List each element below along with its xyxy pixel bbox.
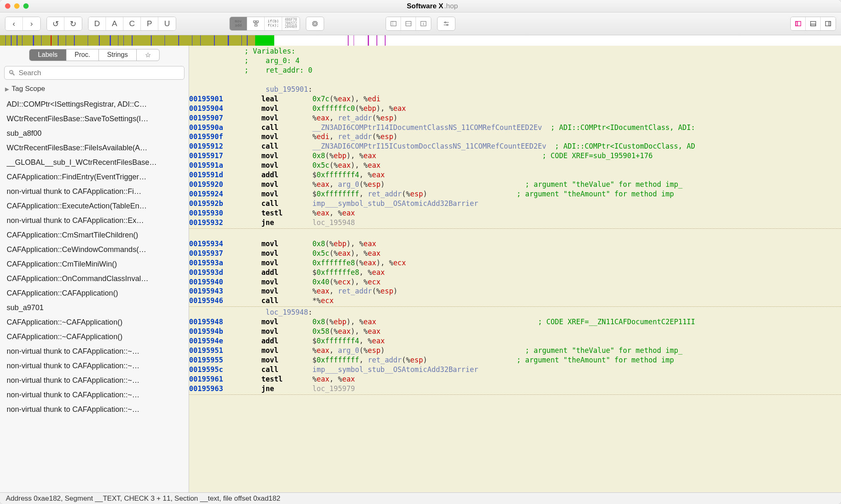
type-code-button[interactable]: C (123, 17, 141, 30)
nav-back-button[interactable]: ‹ (5, 17, 23, 30)
view-hex-button[interactable]: 486F70706572204469 (282, 17, 300, 30)
disclosure-triangle-icon: ▶ (5, 86, 9, 92)
svg-point-14 (447, 24, 448, 26)
svg-rect-1 (256, 21, 258, 22)
tag-scope-row[interactable]: ▶Tag Scope (0, 82, 189, 95)
symbol-list-item[interactable]: CAFApplication::OnCommandClassInval… (0, 272, 189, 286)
symbol-list-item[interactable]: WCtrRecentFilesBase::SaveToSettings(I… (0, 112, 189, 126)
svg-text:1: 1 (423, 22, 424, 26)
symbol-list-item[interactable]: CAFApplication::~CAFApplication() (0, 330, 189, 344)
svg-rect-4 (314, 23, 316, 25)
titlebar: Software X.hop (0, 0, 841, 12)
search-icon: 🔍︎ (8, 69, 16, 78)
symbol-list-item[interactable]: WCtrRecentFilesBase::FileIsAvailable(A… (0, 141, 189, 155)
symbol-list[interactable]: ADI::COMPtr<ISettingsRegistrar, ADI::C…W… (0, 95, 189, 492)
svg-rect-16 (795, 22, 797, 26)
status-bar: Address 0xae182, Segment __TEXT, CHECK 3… (0, 492, 841, 504)
svg-rect-3 (313, 22, 317, 26)
redo-button[interactable]: ↻ (64, 17, 82, 30)
symbol-list-item[interactable]: CAFApplication::CeWindowCommands(… (0, 242, 189, 257)
disassembly-view[interactable]: ; Variables: ; arg_0: 4 ; ret_addr: 0 su… (189, 46, 841, 492)
nav-forward-button[interactable]: › (23, 17, 40, 30)
symbol-list-item[interactable]: non-virtual thunk to CAFApplication::~… (0, 388, 189, 402)
close-window-button[interactable] (5, 3, 10, 9)
panel-1-button[interactable] (386, 17, 401, 30)
symbol-list-item[interactable]: CAFApplication::CmTileMiniWin() (0, 257, 189, 272)
symbol-list-item[interactable]: sub_a8f00 (0, 126, 189, 141)
tab-labels[interactable]: Labels (30, 49, 66, 61)
sidebar-bottom-button[interactable] (806, 17, 821, 30)
svg-rect-18 (810, 24, 816, 26)
minimize-window-button[interactable] (14, 3, 20, 9)
panel-3-button[interactable]: 1 (416, 17, 431, 30)
sidebar-tabs: Labels Proc. Strings ☆ (29, 49, 159, 61)
svg-rect-5 (391, 22, 396, 26)
type-ascii-button[interactable]: A (106, 17, 123, 30)
symbol-list-item[interactable]: non-virtual thunk to CAFApplication::Ex… (0, 213, 189, 228)
cpu-button[interactable] (306, 17, 324, 30)
zoom-window-button[interactable] (23, 3, 29, 9)
navigation-strip[interactable] (0, 35, 841, 46)
symbol-list-item[interactable]: CAFApplication::~CAFApplication() (0, 315, 189, 330)
view-assembly-button[interactable]: movadd (230, 17, 247, 30)
symbol-list-item[interactable]: CAFApplication::CAFApplication() (0, 286, 189, 301)
svg-point-12 (445, 22, 446, 23)
sidebar-right-button[interactable] (821, 17, 836, 30)
type-procedure-button[interactable]: P (141, 17, 158, 30)
symbol-list-item[interactable]: __GLOBAL__sub_I_WCtrRecentFilesBase… (0, 155, 189, 170)
symbol-list-item[interactable]: non-virtual thunk to CAFApplication::~… (0, 373, 189, 388)
sidebar-left-button[interactable] (791, 17, 806, 30)
symbol-list-item[interactable]: non-virtual thunk to CAFApplication::~… (0, 359, 189, 373)
view-cfg-button[interactable] (247, 17, 265, 30)
type-data-button[interactable]: D (89, 17, 106, 30)
svg-rect-20 (829, 22, 831, 26)
symbol-list-item[interactable]: CAFApplication::FindEntry(EventTrigger… (0, 170, 189, 184)
tab-proc[interactable]: Proc. (66, 49, 99, 61)
tab-strings[interactable]: Strings (99, 49, 137, 61)
symbol-list-item[interactable]: CAFApplication::CmSmartTileChildren() (0, 228, 189, 242)
search-input[interactable] (4, 66, 184, 80)
view-pseudocode-button[interactable]: if(b)f(x); (265, 17, 282, 30)
svg-rect-2 (255, 24, 257, 26)
symbol-list-item[interactable]: non-virtual thunk to CAFApplication::~… (0, 344, 189, 359)
symbol-list-item[interactable]: sub_a9701 (0, 301, 189, 315)
window-title: Software X.hop (29, 2, 836, 10)
symbol-list-item[interactable]: non-virtual thunk to CAFApplication::Fi… (0, 184, 189, 199)
symbol-list-item[interactable]: ADI::COMPtr<ISettingsRegistrar, ADI::C… (0, 97, 189, 112)
symbol-list-item[interactable]: CAFApplication::ExecuteAction(TableEn… (0, 199, 189, 213)
settings-button[interactable] (438, 17, 455, 30)
type-undefined-button[interactable]: U (158, 17, 176, 30)
toolbar: ‹ › ↺ ↻ D A C P U movadd if(b)f(x); 486F… (0, 12, 841, 35)
search-container: 🔍︎ (4, 66, 184, 80)
panel-2-button[interactable] (401, 17, 416, 30)
symbol-list-item[interactable]: non-virtual thunk to CAFApplication::~… (0, 402, 189, 417)
sidebar: Labels Proc. Strings ☆ 🔍︎ ▶Tag Scope ADI… (0, 46, 189, 492)
svg-rect-0 (253, 21, 256, 22)
undo-button[interactable]: ↺ (47, 17, 64, 30)
tab-favorites[interactable]: ☆ (137, 49, 159, 61)
